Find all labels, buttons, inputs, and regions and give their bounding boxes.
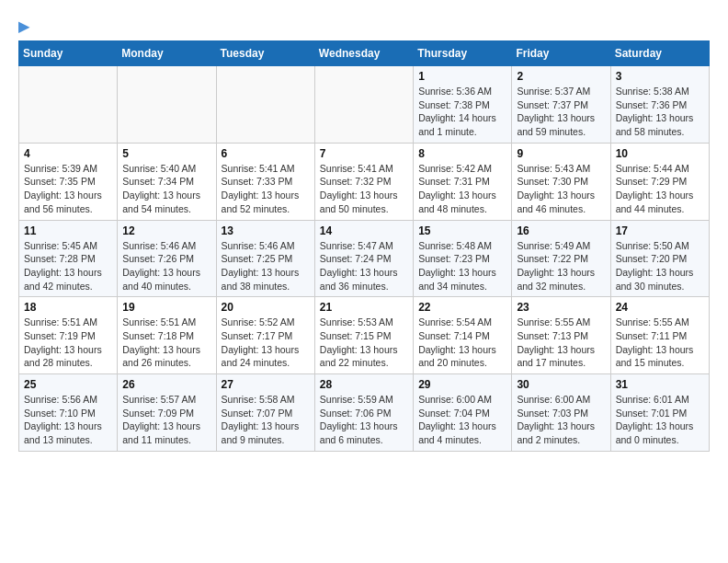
day-number: 21	[320, 301, 408, 314]
calendar-cell: 27Sunrise: 5:58 AMSunset: 7:07 PMDayligh…	[216, 374, 314, 452]
day-info: Sunrise: 5:57 AMSunset: 7:09 PMDaylight:…	[122, 393, 210, 447]
day-number: 20	[222, 301, 310, 314]
calendar-cell: 7Sunrise: 5:41 AMSunset: 7:32 PMDaylight…	[314, 143, 413, 220]
calendar-cell: 23Sunrise: 5:55 AMSunset: 7:13 PMDayligh…	[512, 297, 610, 374]
day-info: Sunrise: 6:01 AMSunset: 7:01 PMDaylight:…	[616, 393, 704, 447]
day-info: Sunrise: 6:00 AMSunset: 7:03 PMDaylight:…	[517, 393, 605, 447]
calendar-cell: 29Sunrise: 6:00 AMSunset: 7:04 PMDayligh…	[414, 374, 512, 452]
day-number: 1	[418, 70, 506, 83]
day-number: 26	[122, 378, 210, 391]
calendar-cell: 10Sunrise: 5:44 AMSunset: 7:29 PMDayligh…	[610, 143, 709, 220]
day-info: Sunrise: 5:55 AMSunset: 7:11 PMDaylight:…	[616, 316, 704, 370]
day-info: Sunrise: 5:51 AMSunset: 7:18 PMDaylight:…	[122, 316, 210, 370]
day-info: Sunrise: 5:58 AMSunset: 7:07 PMDaylight:…	[222, 393, 310, 447]
header-day-thursday: Thursday	[414, 41, 512, 66]
day-number: 16	[517, 224, 605, 237]
calendar-cell: 26Sunrise: 5:57 AMSunset: 7:09 PMDayligh…	[118, 374, 216, 452]
week-row-2: 4Sunrise: 5:39 AMSunset: 7:35 PMDaylight…	[19, 143, 710, 220]
calendar-cell: 18Sunrise: 5:51 AMSunset: 7:19 PMDayligh…	[19, 297, 118, 374]
week-row-5: 25Sunrise: 5:56 AMSunset: 7:10 PMDayligh…	[19, 374, 710, 452]
day-number: 6	[222, 147, 310, 160]
day-info: Sunrise: 5:44 AMSunset: 7:29 PMDaylight:…	[616, 162, 704, 216]
day-info: Sunrise: 5:49 AMSunset: 7:22 PMDaylight:…	[517, 239, 605, 293]
day-info: Sunrise: 6:00 AMSunset: 7:04 PMDaylight:…	[418, 393, 506, 447]
day-number: 27	[222, 378, 310, 391]
day-info: Sunrise: 5:45 AMSunset: 7:28 PMDaylight:…	[24, 239, 112, 293]
day-number: 29	[418, 378, 506, 391]
header-day-friday: Friday	[512, 41, 610, 66]
calendar-cell: 25Sunrise: 5:56 AMSunset: 7:10 PMDayligh…	[19, 374, 118, 452]
day-number: 12	[122, 224, 210, 237]
calendar-cell: 8Sunrise: 5:42 AMSunset: 7:31 PMDaylight…	[414, 143, 512, 220]
day-number: 23	[517, 301, 605, 314]
calendar-cell: 5Sunrise: 5:40 AMSunset: 7:34 PMDaylight…	[118, 143, 216, 220]
calendar-cell	[118, 66, 216, 144]
day-number: 17	[616, 224, 704, 237]
calendar-cell: 4Sunrise: 5:39 AMSunset: 7:35 PMDaylight…	[19, 143, 118, 220]
day-number: 5	[122, 147, 210, 160]
day-info: Sunrise: 5:40 AMSunset: 7:34 PMDaylight:…	[122, 162, 210, 216]
header-day-sunday: Sunday	[19, 41, 118, 66]
calendar-table: SundayMondayTuesdayWednesdayThursdayFrid…	[18, 40, 710, 452]
calendar-cell: 17Sunrise: 5:50 AMSunset: 7:20 PMDayligh…	[610, 220, 709, 297]
day-info: Sunrise: 5:43 AMSunset: 7:30 PMDaylight:…	[517, 162, 605, 216]
day-number: 9	[517, 147, 605, 160]
week-row-4: 18Sunrise: 5:51 AMSunset: 7:19 PMDayligh…	[19, 297, 710, 374]
calendar-cell: 6Sunrise: 5:41 AMSunset: 7:33 PMDaylight…	[216, 143, 314, 220]
day-info: Sunrise: 5:41 AMSunset: 7:32 PMDaylight:…	[320, 162, 408, 216]
calendar-cell: 11Sunrise: 5:45 AMSunset: 7:28 PMDayligh…	[19, 220, 118, 297]
day-number: 25	[24, 378, 112, 391]
day-number: 31	[616, 378, 704, 391]
day-number: 22	[418, 301, 506, 314]
header-day-tuesday: Tuesday	[216, 41, 314, 66]
day-number: 10	[616, 147, 704, 160]
day-info: Sunrise: 5:52 AMSunset: 7:17 PMDaylight:…	[222, 316, 310, 370]
calendar-cell: 3Sunrise: 5:38 AMSunset: 7:36 PMDaylight…	[610, 66, 709, 144]
day-number: 18	[24, 301, 112, 314]
calendar-header: SundayMondayTuesdayWednesdayThursdayFrid…	[19, 41, 710, 66]
day-info: Sunrise: 5:46 AMSunset: 7:26 PMDaylight:…	[122, 239, 210, 293]
header-day-saturday: Saturday	[610, 41, 709, 66]
day-number: 11	[24, 224, 112, 237]
calendar-cell: 1Sunrise: 5:36 AMSunset: 7:38 PMDaylight…	[414, 66, 512, 144]
day-info: Sunrise: 5:47 AMSunset: 7:24 PMDaylight:…	[320, 239, 408, 293]
calendar-cell: 2Sunrise: 5:37 AMSunset: 7:37 PMDaylight…	[512, 66, 610, 144]
day-number: 24	[616, 301, 704, 314]
day-info: Sunrise: 5:46 AMSunset: 7:25 PMDaylight:…	[222, 239, 310, 293]
day-info: Sunrise: 5:36 AMSunset: 7:38 PMDaylight:…	[418, 85, 506, 139]
calendar-cell	[216, 66, 314, 144]
logo-text: ▶	[18, 18, 29, 35]
calendar-cell: 19Sunrise: 5:51 AMSunset: 7:18 PMDayligh…	[118, 297, 216, 374]
day-info: Sunrise: 5:51 AMSunset: 7:19 PMDaylight:…	[24, 316, 112, 370]
day-number: 13	[222, 224, 310, 237]
calendar-body: 1Sunrise: 5:36 AMSunset: 7:38 PMDaylight…	[19, 66, 710, 452]
day-number: 3	[616, 70, 704, 83]
calendar-cell: 16Sunrise: 5:49 AMSunset: 7:22 PMDayligh…	[512, 220, 610, 297]
day-info: Sunrise: 5:54 AMSunset: 7:14 PMDaylight:…	[418, 316, 506, 370]
day-info: Sunrise: 5:38 AMSunset: 7:36 PMDaylight:…	[616, 85, 704, 139]
day-number: 14	[320, 224, 408, 237]
day-info: Sunrise: 5:56 AMSunset: 7:10 PMDaylight:…	[24, 393, 112, 447]
day-info: Sunrise: 5:42 AMSunset: 7:31 PMDaylight:…	[418, 162, 506, 216]
header-day-wednesday: Wednesday	[314, 41, 413, 66]
day-number: 19	[122, 301, 210, 314]
calendar-cell: 15Sunrise: 5:48 AMSunset: 7:23 PMDayligh…	[414, 220, 512, 297]
calendar-cell: 30Sunrise: 6:00 AMSunset: 7:03 PMDayligh…	[512, 374, 610, 452]
calendar-cell: 22Sunrise: 5:54 AMSunset: 7:14 PMDayligh…	[414, 297, 512, 374]
day-number: 28	[320, 378, 408, 391]
day-number: 4	[24, 147, 112, 160]
calendar-cell: 9Sunrise: 5:43 AMSunset: 7:30 PMDaylight…	[512, 143, 610, 220]
calendar-cell: 13Sunrise: 5:46 AMSunset: 7:25 PMDayligh…	[216, 220, 314, 297]
calendar-cell: 24Sunrise: 5:55 AMSunset: 7:11 PMDayligh…	[610, 297, 709, 374]
calendar-cell: 21Sunrise: 5:53 AMSunset: 7:15 PMDayligh…	[314, 297, 413, 374]
header-day-monday: Monday	[118, 41, 216, 66]
day-number: 30	[517, 378, 605, 391]
day-info: Sunrise: 5:48 AMSunset: 7:23 PMDaylight:…	[418, 239, 506, 293]
calendar-cell	[19, 66, 118, 144]
day-info: Sunrise: 5:50 AMSunset: 7:20 PMDaylight:…	[616, 239, 704, 293]
calendar-cell	[314, 66, 413, 144]
day-number: 2	[517, 70, 605, 83]
day-info: Sunrise: 5:37 AMSunset: 7:37 PMDaylight:…	[517, 85, 605, 139]
day-info: Sunrise: 5:41 AMSunset: 7:33 PMDaylight:…	[222, 162, 310, 216]
day-number: 7	[320, 147, 408, 160]
